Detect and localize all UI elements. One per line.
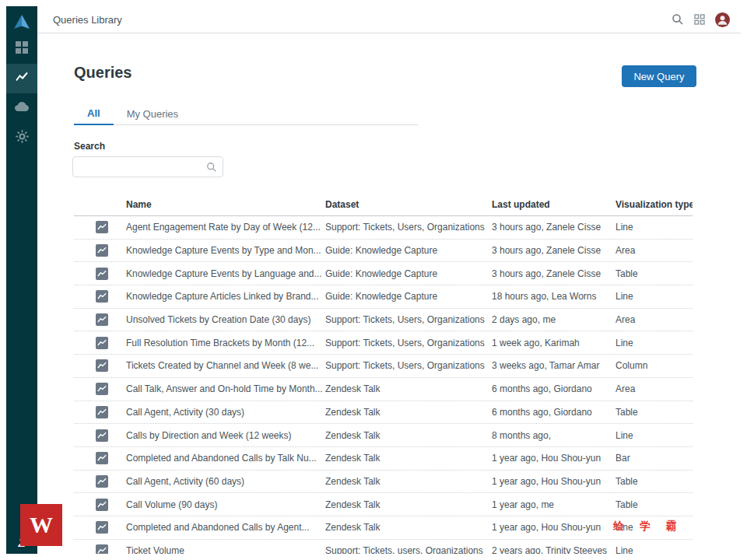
- table-row[interactable]: Knowledge Capture Articles Linked by Bra…: [74, 285, 693, 309]
- table-row[interactable]: Call Agent, Activity (60 days) Zendesk T…: [74, 471, 693, 494]
- row-name[interactable]: Full Resolution Time Brackets by Month (…: [126, 338, 325, 348]
- column-header-name[interactable]: Name: [126, 199, 325, 210]
- query-chart-icon: [96, 290, 108, 303]
- row-viz: Area: [615, 314, 693, 325]
- table-row[interactable]: Completed and Abandoned Calls by Talk Nu…: [74, 447, 693, 471]
- row-name[interactable]: Knowledge Capture Articles Linked by Bra…: [126, 291, 325, 302]
- sidebar-item-dashboards[interactable]: [6, 34, 37, 64]
- row-updated: 1 year ago, me: [492, 499, 615, 510]
- row-name[interactable]: Tickets Created by Channel and Week (8 w…: [126, 360, 325, 371]
- topbar: Queries Library: [37, 6, 741, 33]
- row-dataset: Zendesk Talk: [325, 383, 492, 394]
- row-updated: 2 years ago, Trinity Steeves: [492, 545, 615, 554]
- row-viz: Line: [615, 222, 693, 233]
- watermark-text: 绘 学 霸: [613, 520, 683, 534]
- apps-grid-icon[interactable]: [694, 14, 705, 25]
- tab-all[interactable]: All: [74, 103, 114, 125]
- search-input-icon: [206, 162, 217, 176]
- row-dataset: Guide: Knowledge Capture: [325, 268, 492, 279]
- row-name[interactable]: Unsolved Tickets by Creation Date (30 da…: [126, 314, 325, 325]
- table-row[interactable]: Calls by Direction and Week (12 weeks) Z…: [74, 424, 693, 447]
- sidebar-nav: [6, 34, 37, 152]
- table-row[interactable]: Call Volume (90 days) Zendesk Talk 1 yea…: [74, 493, 693, 516]
- sidebar-item-queries[interactable]: [6, 64, 37, 93]
- row-icon-cell: [74, 383, 126, 395]
- app-window: Z Queries Library: [6, 6, 741, 554]
- queries-chart-icon: [16, 71, 28, 86]
- row-dataset: Support: Tickets, Users, Organizations: [325, 222, 492, 233]
- row-dataset: Zendesk Talk: [325, 499, 492, 510]
- table-row[interactable]: Ticket Volume Support: Tickets, users, O…: [74, 540, 693, 554]
- row-dataset: Zendesk Talk: [325, 522, 492, 533]
- sidebar: Z: [6, 6, 37, 554]
- row-dataset: Zendesk Talk: [325, 453, 492, 464]
- row-updated: 1 week ago, Karimah: [492, 338, 615, 348]
- query-chart-icon: [96, 383, 108, 395]
- sidebar-item-datasets[interactable]: [6, 93, 37, 123]
- row-icon-cell: [74, 521, 126, 534]
- new-query-button[interactable]: New Query: [622, 65, 696, 87]
- row-icon-cell: [74, 359, 126, 372]
- row-name[interactable]: Ticket Volume: [126, 545, 325, 554]
- topbar-actions: [672, 12, 730, 27]
- row-name[interactable]: Agent Engagement Rate by Day of Week (12…: [126, 222, 325, 233]
- query-chart-icon: [96, 359, 108, 372]
- table-body: Agent Engagement Rate by Day of Week (12…: [74, 216, 693, 554]
- table-row[interactable]: Unsolved Tickets by Creation Date (30 da…: [74, 309, 693, 332]
- search-label: Search: [74, 141, 105, 152]
- column-header-visualization-type[interactable]: Visualization type: [615, 199, 693, 210]
- row-viz: Area: [615, 383, 693, 394]
- column-header-last-updated[interactable]: Last updated: [492, 199, 615, 210]
- row-updated: 6 months ago, Giordano: [492, 383, 615, 394]
- row-updated: 18 hours ago, Lea Worns: [492, 291, 615, 302]
- row-updated: 6 months ago, Giordano: [492, 407, 615, 418]
- row-name[interactable]: Call Agent, Activity (30 days): [126, 407, 325, 418]
- row-icon-cell: [74, 499, 126, 511]
- row-dataset: Support: Tickets, Users, Organizations: [325, 314, 492, 325]
- sidebar-item-settings[interactable]: [6, 123, 37, 152]
- row-updated: 3 weeks ago, Tamar Amar: [492, 360, 615, 371]
- row-updated: 8 months ago,: [492, 430, 615, 441]
- column-header-dataset[interactable]: Dataset: [325, 199, 492, 210]
- row-name[interactable]: Call Talk, Answer and On-hold Time by Mo…: [126, 383, 325, 394]
- table-row[interactable]: Knowledge Capture Events by Type and Mon…: [74, 240, 693, 263]
- query-chart-icon: [96, 452, 108, 464]
- row-dataset: Guide: Knowledge Capture: [325, 291, 492, 302]
- row-viz: Bar: [615, 453, 693, 464]
- row-icon-cell: [74, 290, 126, 303]
- search-icon[interactable]: [672, 13, 684, 26]
- table-header-row: Name Dataset Last updated Visualization …: [74, 193, 693, 216]
- table-row[interactable]: Call Agent, Activity (30 days) Zendesk T…: [74, 401, 693, 425]
- table-row[interactable]: Tickets Created by Channel and Week (8 w…: [74, 355, 693, 378]
- row-icon-cell: [74, 268, 126, 280]
- query-chart-icon: [96, 499, 108, 511]
- tab-bar: All My Queries: [74, 103, 418, 125]
- queries-table: Name Dataset Last updated Visualization …: [74, 193, 693, 554]
- row-name[interactable]: Knowledge Capture Events by Type and Mon…: [126, 245, 325, 256]
- table-row[interactable]: Agent Engagement Rate by Day of Week (12…: [74, 216, 693, 240]
- row-dataset: Support: Tickets, Users, Organizations: [325, 360, 492, 371]
- row-icon-cell: [74, 221, 126, 233]
- dashboards-grid-icon: [16, 41, 28, 57]
- row-name[interactable]: Completed and Abandoned Calls by Talk Nu…: [126, 453, 325, 464]
- row-name[interactable]: Calls by Direction and Week (12 weeks): [126, 430, 325, 441]
- row-name[interactable]: Call Volume (90 days): [126, 499, 325, 510]
- tab-my-queries[interactable]: My Queries: [114, 103, 191, 124]
- row-updated: 1 year ago, Hou Shou-yun: [492, 453, 615, 464]
- avatar[interactable]: [715, 12, 730, 27]
- row-icon-cell: [74, 244, 126, 257]
- table-row[interactable]: Full Resolution Time Brackets by Month (…: [74, 331, 693, 355]
- table-row[interactable]: Call Talk, Answer and On-hold Time by Mo…: [74, 378, 693, 401]
- row-dataset: Zendesk Talk: [325, 430, 492, 441]
- row-name[interactable]: Knowledge Capture Events by Language and…: [126, 268, 325, 279]
- row-dataset: Support: Tickets, Users, Organizations: [325, 338, 492, 348]
- row-dataset: Support: Tickets, users, Organizations: [325, 545, 492, 554]
- search-input[interactable]: [73, 157, 223, 177]
- table-row[interactable]: Knowledge Capture Events by Language and…: [74, 262, 693, 285]
- row-name[interactable]: Call Agent, Activity (60 days): [126, 476, 325, 487]
- row-updated: 2 days ago, me: [492, 314, 615, 325]
- row-viz: Table: [615, 407, 693, 418]
- row-name[interactable]: Completed and Abandoned Calls by Agent..…: [126, 522, 325, 533]
- table-row[interactable]: Completed and Abandoned Calls by Agent..…: [74, 516, 693, 540]
- main-content: Queries New Query All My Queries Search: [37, 34, 741, 554]
